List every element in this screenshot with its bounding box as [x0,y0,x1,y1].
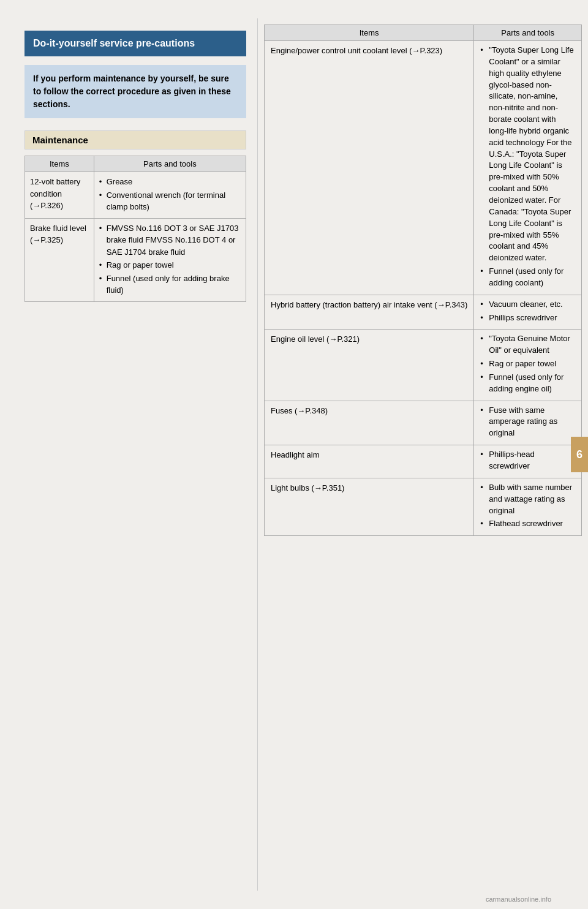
diy-header: Do-it-yourself service pre-cautions [24,31,246,56]
list-item: "Toyota Super Long Life Coolant" or a si… [480,45,575,264]
list-item: "Toyota Genuine Motor Oil" or equivalent [480,333,575,356]
diy-header-title: Do-it-yourself service pre-cautions [33,38,195,48]
right-table-parts-1: Vacuum cleaner, etc.Phillips screwdriver [474,295,582,330]
list-item: Grease [99,176,241,188]
left-table-parts-0: GreaseConventional wrench (for terminal … [94,172,246,219]
list-item: Vacuum cleaner, etc. [480,299,575,311]
left-table-item-1: Brake fluid level (→P.325) [25,218,94,301]
list-item: Fuse with same amperage rating as origin… [480,405,575,440]
right-table-item-3: Fuses (→P.348) [265,401,474,445]
info-box: If you perform maintenance by yourself, … [24,65,246,118]
side-tab: 6 [571,437,588,472]
right-table-item-5: Light bulbs (→P.351) [265,478,474,535]
maintenance-header: Maintenance [24,130,246,149]
right-table-item-1: Hybrid battery (traction battery) air in… [265,295,474,330]
list-item: Flathead screwdriver [480,518,575,530]
list-item: Funnel (used only for adding coolant) [480,266,575,289]
list-item: Funnel (used only for adding brake fluid… [99,273,241,296]
left-column: Do-it-yourself service pre-cautions If y… [0,18,257,891]
right-table-item-4: Headlight aim [265,445,474,478]
right-table-header-items: Items [265,25,474,41]
left-table-parts-1: FMVSS No.116 DOT 3 or SAE J1703 brake fl… [94,218,246,301]
list-item: Phillips screwdriver [480,312,575,324]
right-table-parts-5: Bulb with same number and wattage rating… [474,478,582,535]
right-table-item-2: Engine oil level (→P.321) [265,330,474,401]
right-column: Items Parts and tools Engine/power contr… [257,18,588,891]
left-table-item-0: 12-volt battery condition (→P.326) [25,172,94,219]
right-table-header-parts: Parts and tools [474,25,582,41]
left-table: Items Parts and tools 12-volt battery co… [24,156,246,302]
right-table-parts-2: "Toyota Genuine Motor Oil" or equivalent… [474,330,582,401]
right-table: Items Parts and tools Engine/power contr… [264,25,582,536]
list-item: FMVSS No.116 DOT 3 or SAE J1703 brake fl… [99,222,241,258]
left-table-header-parts: Parts and tools [94,156,246,172]
list-item: Rag or paper towel [99,259,241,271]
info-box-text: If you perform maintenance by yourself, … [33,74,231,109]
watermark: carmanualsonline.info [486,896,551,903]
right-table-parts-3: Fuse with same amperage rating as origin… [474,401,582,445]
right-table-item-0: Engine/power control unit coolant level … [265,41,474,295]
list-item: Funnel (used only for adding engine oil) [480,372,575,395]
list-item: Rag or paper towel [480,358,575,370]
list-item: Bulb with same number and wattage rating… [480,482,575,517]
list-item: Phillips-head screwdriver [480,449,575,472]
right-table-parts-4: Phillips-head screwdriver [474,445,582,478]
page: Do-it-yourself service pre-cautions If y… [0,0,588,909]
left-table-header-items: Items [25,156,94,172]
list-item: Conventional wrench (for terminal clamp … [99,189,241,213]
right-table-parts-0: "Toyota Super Long Life Coolant" or a si… [474,41,582,295]
